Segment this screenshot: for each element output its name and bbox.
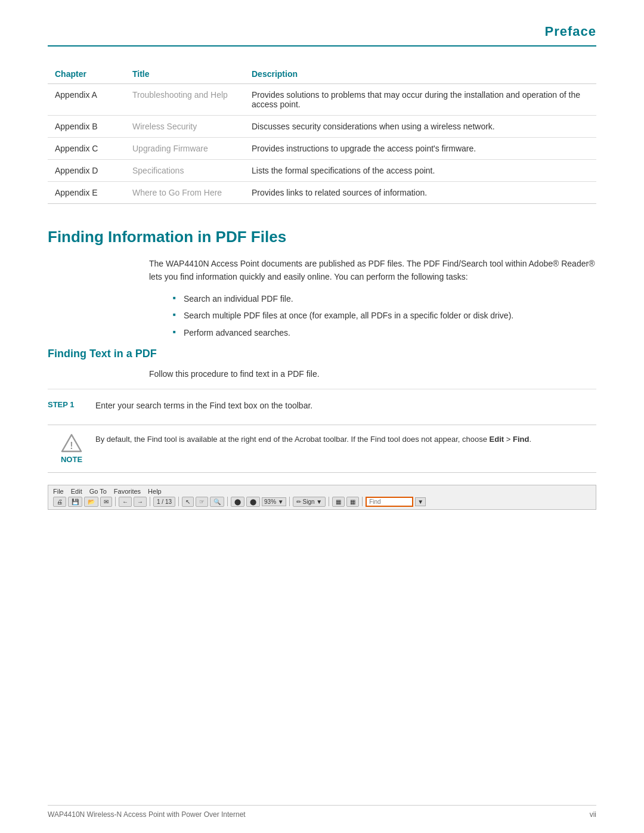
toolbar-menu-item[interactable]: Go To — [89, 488, 107, 495]
page-footer: WAP4410N Wireless-N Access Point with Po… — [48, 805, 596, 819]
toolbar-menu-item[interactable]: File — [53, 488, 64, 495]
warning-icon: ! — [61, 433, 82, 453]
note-bold1: Edit — [490, 435, 504, 444]
tb-zoom-btn[interactable]: 🔍 — [210, 497, 224, 507]
tb-find-input[interactable] — [366, 497, 413, 507]
tb-grid1-btn[interactable]: ▦ — [332, 497, 345, 507]
table-row: Appendix B Wireless Security Discusses s… — [48, 116, 596, 138]
toolbar-menubar: FileEditGo ToFavoritesHelp — [53, 488, 591, 495]
note-mid: > — [504, 435, 513, 444]
tb-print-btn[interactable]: 🖨 — [53, 497, 66, 507]
toolbar-menu-item[interactable]: Help — [148, 488, 162, 495]
tb-forward-btn[interactable]: → — [134, 497, 147, 507]
chapter-cell: Appendix C — [48, 138, 125, 160]
note-label: NOTE — [61, 455, 82, 464]
tb-sep2 — [150, 497, 150, 506]
tb-sign-btn[interactable]: ✏ Sign ▼ — [293, 497, 326, 507]
tb-open-btn[interactable]: 📂 — [84, 497, 98, 507]
step1-text: Enter your search terms in the Find text… — [95, 399, 312, 412]
chapter-cell: Appendix B — [48, 116, 125, 138]
page-title: Preface — [544, 24, 596, 39]
desc-cell: Provides solutions to problems that may … — [244, 84, 596, 116]
tb-nav1-btn[interactable]: ⬤ — [231, 497, 244, 507]
tb-save-btn[interactable]: 💾 — [68, 497, 82, 507]
bullet-list: Search an individual PDF file.Search mul… — [173, 292, 596, 339]
table-row: Appendix A Troubleshooting and Help Prov… — [48, 84, 596, 116]
desc-cell: Provides instructions to upgrade the acc… — [244, 138, 596, 160]
chapter-cell: Appendix E — [48, 182, 125, 204]
toolbar-menu-item[interactable]: Favorites — [114, 488, 141, 495]
title-cell: Wireless Security — [125, 116, 244, 138]
chapter-table: Chapter Title Description Appendix A Tro… — [48, 64, 596, 204]
col-header-title: Title — [125, 64, 244, 84]
tb-back-btn[interactable]: ← — [119, 497, 132, 507]
step1-label: STEP 1 — [48, 399, 95, 409]
section2-block: Finding Text in a PDF Follow this proced… — [48, 348, 596, 380]
tb-zoom-dropdown[interactable]: 93% ▼ — [262, 497, 286, 506]
note-text-part1: By default, the Find tool is available a… — [95, 435, 490, 444]
toolbar-buttons: 🖨 💾 📂 ✉ ← → 1 / 13 ↖ ☞ 🔍 ⬤ ⬤ 93% ▼ ✏ Sig… — [53, 497, 591, 507]
note-end: . — [529, 435, 531, 444]
table-row: Appendix D Specifications Lists the form… — [48, 160, 596, 182]
desc-cell: Lists the formal specifications of the a… — [244, 160, 596, 182]
col-header-chapter: Chapter — [48, 64, 125, 84]
footer-right: vii — [590, 810, 596, 819]
note-container: ! NOTE By default, the Find tool is avai… — [48, 425, 596, 473]
section2-heading: Finding Text in a PDF — [48, 348, 596, 360]
svg-text:!: ! — [70, 441, 73, 451]
toolbar-menu-item[interactable]: Edit — [71, 488, 82, 495]
tb-nav2-btn[interactable]: ⬤ — [246, 497, 260, 507]
tb-find-dropdown[interactable]: ▼ — [415, 497, 426, 506]
title-cell: Troubleshooting and Help — [125, 84, 244, 116]
section1-heading: Finding Information in PDF Files — [48, 228, 596, 246]
tb-sep3 — [178, 497, 179, 506]
bullet-item: Search multiple PDF files at once (for e… — [173, 309, 596, 322]
header-divider — [48, 45, 596, 47]
note-icon-area: ! NOTE — [48, 433, 95, 464]
col-header-description: Description — [244, 64, 596, 84]
tb-sep7 — [362, 497, 363, 506]
desc-cell: Discusses security considerations when u… — [244, 116, 596, 138]
tb-page-field[interactable]: 1 / 13 — [153, 497, 175, 507]
footer-left: WAP4410N Wireless-N Access Point with Po… — [48, 810, 246, 819]
section1-body: The WAP4410N Access Point documents are … — [149, 257, 596, 284]
page-header: Preface — [48, 24, 596, 39]
chapter-cell: Appendix A — [48, 84, 125, 116]
section2-body: Follow this procedure to find text in a … — [149, 367, 596, 380]
toolbar-simulation: FileEditGo ToFavoritesHelp 🖨 💾 📂 ✉ ← → 1… — [48, 485, 596, 510]
note-bold2: Find — [513, 435, 529, 444]
tb-sep5 — [289, 497, 290, 506]
step1-container: STEP 1 Enter your search terms in the Fi… — [48, 389, 596, 412]
tb-select-btn[interactable]: ↖ — [182, 497, 194, 507]
title-cell: Where to Go From Here — [125, 182, 244, 204]
page: Preface Chapter Title Description Append… — [0, 0, 644, 833]
title-cell: Specifications — [125, 160, 244, 182]
tb-hand-btn[interactable]: ☞ — [196, 497, 208, 507]
tb-email-btn[interactable]: ✉ — [100, 497, 112, 507]
title-cell: Upgrading Firmware — [125, 138, 244, 160]
bullet-item: Search an individual PDF file. — [173, 292, 596, 305]
desc-cell: Provides links to related sources of inf… — [244, 182, 596, 204]
table-row: Appendix E Where to Go From Here Provide… — [48, 182, 596, 204]
chapter-cell: Appendix D — [48, 160, 125, 182]
bullet-item: Perform advanced searches. — [173, 326, 596, 339]
tb-sep1 — [115, 497, 116, 506]
tb-grid2-btn[interactable]: ▦ — [346, 497, 359, 507]
table-row: Appendix C Upgrading Firmware Provides i… — [48, 138, 596, 160]
tb-sep4 — [227, 497, 228, 506]
note-text: By default, the Find tool is available a… — [95, 433, 531, 446]
tb-sep6 — [329, 497, 329, 506]
